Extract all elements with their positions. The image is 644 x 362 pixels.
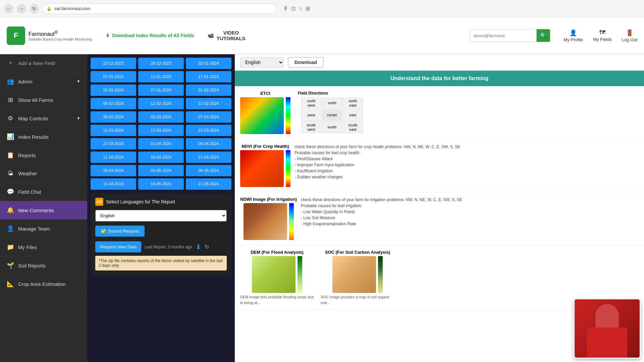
date-button[interactable]: 02-03-2024 <box>138 111 184 123</box>
video-tutorials-button[interactable]: 📹 VIDEOTUTORIALS <box>208 30 246 41</box>
logout-icon: 🚪 <box>626 29 633 37</box>
date-button[interactable]: 21-04-2024 <box>186 152 231 163</box>
date-button[interactable]: 22-01-2024 <box>91 84 136 96</box>
date-button[interactable]: 02-01-2024 <box>186 58 231 69</box>
date-button[interactable]: 21-02-2024 <box>186 98 231 109</box>
date-button[interactable]: 11-04-2024 <box>91 152 136 163</box>
download-button[interactable]: Download <box>288 57 324 68</box>
content-area: 23-12-202328-12-202302-01-202407-01-2024… <box>87 54 644 362</box>
sidebar-item-crop-area[interactable]: 📐 Crop Area Estimation <box>0 275 87 293</box>
date-button[interactable]: 21-05-2024 <box>186 178 231 190</box>
etci-color-bar <box>286 97 290 134</box>
extensions-icon[interactable]: ⊞ <box>306 5 310 12</box>
chat-icon: 💬 <box>7 188 14 195</box>
sidebar-item-manage-team[interactable]: 👤 Manage Team <box>0 220 87 238</box>
date-button[interactable]: 11-02-2024 <box>138 98 184 109</box>
my-fields-button[interactable]: 🗺 My Fields <box>593 29 612 42</box>
sidebar-item-my-files[interactable]: 📁 My Files <box>0 238 87 256</box>
date-button[interactable]: 22-03-2024 <box>186 125 231 136</box>
date-button[interactable]: 12-01-2024 <box>138 71 184 82</box>
search-button[interactable]: 🔍 <box>537 29 550 42</box>
sidebar-item-index-results[interactable]: 📊 Index Results <box>0 128 87 146</box>
admin-arrow: ▼ <box>76 79 80 84</box>
sidebar-item-field-chat[interactable]: 💬 Field Chat <box>0 183 87 201</box>
soil-icon: 🌱 <box>7 262 14 269</box>
date-button[interactable]: 06-04-2024 <box>186 138 231 149</box>
weather-icon: 🌤 <box>7 170 14 177</box>
ndvi-content: check these directions of your farm for … <box>294 144 639 180</box>
video-label: VIDEOTUTORIALS <box>217 30 246 41</box>
profile-icon: 👤 <box>570 29 577 37</box>
submit-request-button[interactable]: ✅ Submit Request <box>95 226 145 237</box>
sidebar-item-add-field[interactable]: + Add a New Field <box>0 54 87 72</box>
files-icon: 📁 <box>7 243 14 251</box>
date-button[interactable]: 27-01-2024 <box>138 84 184 96</box>
team-icon: 👤 <box>7 225 14 232</box>
date-button[interactable]: 23-12-2023 <box>91 58 136 69</box>
request-new-data-button[interactable]: Request New Data <box>95 241 141 252</box>
date-button[interactable]: 06-02-2024 <box>91 98 136 109</box>
lock-icon: 🔒 <box>47 6 52 11</box>
sidebar-item-map-controls[interactable]: ⚙ Map Controls ▼ <box>0 109 87 128</box>
sidebar-label-map-controls: Map Controls <box>18 116 48 121</box>
ndvi-text: check these directions of your farm for … <box>294 144 639 180</box>
zip-note: *The zip file contains reports of the fa… <box>95 256 227 270</box>
language-select[interactable]: English Hindi Spanish French <box>95 210 227 222</box>
search-area: 🔍 <box>470 29 550 42</box>
bookmark-icon[interactable]: ☆ <box>298 5 303 12</box>
date-button[interactable]: 26-02-2024 <box>91 111 136 123</box>
date-button[interactable]: 26-04-2024 <box>91 165 136 176</box>
date-button[interactable]: 17-03-2024 <box>138 125 184 136</box>
logo-text: Farmonaut® Satellite Based Crop Health M… <box>29 30 92 41</box>
sidebar-item-reports[interactable]: 📋 Reports <box>0 146 87 165</box>
download-all-fields-button[interactable]: ⬇ Download Index Results of All Fields <box>106 33 195 38</box>
date-button[interactable]: 07-01-2024 <box>91 71 136 82</box>
lang-dropdown-inline[interactable]: English Hindi Spanish French <box>240 57 284 68</box>
sidebar-label-manage-team: Manage Team <box>18 226 50 232</box>
ndwi-color-bar <box>289 203 294 240</box>
mute-icon[interactable]: 🎙 <box>283 5 288 12</box>
request-row: Request New Data Last Report: 3 months a… <box>95 241 227 252</box>
sidebar-item-new-comments[interactable]: 🔔 New Comments <box>0 201 87 220</box>
my-profile-button[interactable]: 👤 My Profile <box>564 29 583 42</box>
date-button[interactable]: 06-05-2024 <box>186 165 231 176</box>
info-guide-title: Understand the data for better farming <box>390 75 488 81</box>
search-input[interactable] <box>470 29 537 42</box>
date-button[interactable]: 01-05-2024 <box>138 165 184 176</box>
sidebar-item-show-all-farms[interactable]: ⊞ Show All Farms <box>0 91 87 109</box>
forward-button[interactable]: → <box>17 4 26 13</box>
fd-se: southeast <box>343 122 363 133</box>
back-button[interactable]: ← <box>4 4 13 13</box>
cast-icon[interactable]: ⊡ <box>291 5 296 12</box>
add-icon: + <box>7 60 14 67</box>
report-download-button[interactable]: ⬇ <box>196 243 201 251</box>
date-button[interactable]: 01-04-2024 <box>138 138 184 149</box>
date-button[interactable]: 17-01-2024 <box>186 71 231 82</box>
fd-nw: northwest <box>301 98 321 109</box>
date-button[interactable]: 16-04-2024 <box>138 152 184 163</box>
sidebar-item-soil-reports[interactable]: 🌱 Soil Reports <box>0 256 87 275</box>
profile-label: My Profile <box>564 37 583 42</box>
fd-c: center <box>322 110 342 121</box>
lang-icon: AR <box>95 198 103 206</box>
sidebar-item-admin[interactable]: 👥 Admin ▼ <box>0 72 87 91</box>
date-button[interactable]: 27-03-2024 <box>91 138 136 149</box>
url-bar[interactable]: 🔒 sat.farmonaut.com <box>42 3 277 14</box>
fd-sw: southwest <box>301 122 321 133</box>
app-header: F Farmonaut® Satellite Based Crop Health… <box>0 17 644 54</box>
date-button[interactable]: 07-03-2024 <box>186 111 231 123</box>
date-button[interactable]: 28-12-2023 <box>138 58 184 69</box>
date-button[interactable]: 01-02-2024 <box>186 84 231 96</box>
date-button[interactable]: 16-05-2024 <box>138 178 184 190</box>
sidebar-label-add-field: Add a New Field <box>18 60 55 66</box>
sidebar-label-reports: Reports <box>18 153 36 158</box>
url-text: sat.farmonaut.com <box>54 6 91 11</box>
sidebar-item-weather[interactable]: 🌤 Weather <box>0 165 87 183</box>
header-nav: 👤 My Profile 🗺 My Fields 🚪 Log Out <box>564 29 637 42</box>
refresh-button[interactable]: ↻ <box>30 4 39 13</box>
log-out-button[interactable]: 🚪 Log Out <box>622 29 637 42</box>
logo-letter: F <box>14 31 18 40</box>
date-button[interactable]: 11-04-2024 <box>91 178 136 190</box>
date-button[interactable]: 12-03-2024 <box>91 125 136 136</box>
refresh-button[interactable]: ↻ <box>205 244 209 250</box>
